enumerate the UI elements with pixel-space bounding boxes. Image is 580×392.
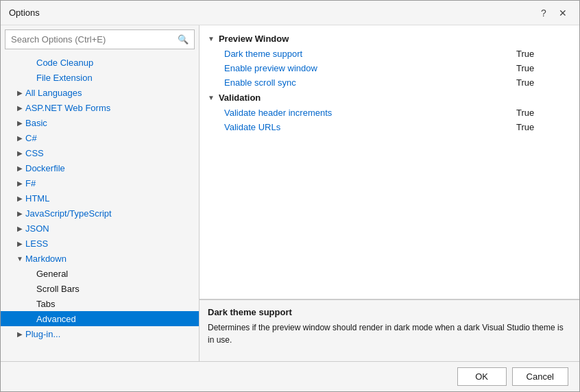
section-title-preview-window: Preview Window (219, 34, 289, 44)
option-row: Validate header incrementsTrue (208, 106, 571, 120)
tree-arrow-less: ▶ (14, 240, 25, 247)
title-bar: Options ? ✕ (1, 1, 579, 25)
tree-item-code-cleanup[interactable]: Code Cleanup (1, 55, 199, 70)
tree-item-basic[interactable]: ▶Basic (1, 115, 199, 130)
options-area: ▼Preview WindowDark theme supportTrueEna… (200, 25, 579, 299)
title-bar-buttons: ? ✕ (535, 5, 571, 21)
option-name[interactable]: Enable preview window (224, 63, 317, 73)
tree-arrow-css: ▶ (14, 149, 25, 157)
tree-item-dockerfile[interactable]: ▶Dockerfile (1, 160, 199, 175)
tree-label-html: HTML (25, 193, 49, 204)
tree-label-all-languages: All Languages (25, 88, 82, 98)
tree-item-javascript-typescript[interactable]: ▶JavaScript/TypeScript (1, 206, 199, 221)
section-header-preview-window[interactable]: ▼Preview Window (208, 31, 571, 47)
tree-item-file-extension[interactable]: File Extension (1, 70, 199, 85)
options-dialog: Options ? ✕ 🔍 Code CleanupFile Extension… (0, 0, 580, 392)
tree-item-aspnet-web-forms[interactable]: ▶ASP.NET Web Forms (1, 100, 199, 115)
tree-arrow-fsharp: ▶ (14, 180, 25, 187)
tree-item-json[interactable]: ▶JSON (1, 221, 199, 236)
option-value: True (516, 63, 571, 73)
dialog-title: Options (9, 8, 40, 18)
tree-item-markdown[interactable]: ▼Markdown (1, 251, 199, 266)
option-row: Enable preview windowTrue (208, 61, 571, 75)
option-row: Validate URLsTrue (208, 120, 571, 134)
tree-item-scroll-bars[interactable]: Scroll Bars (1, 281, 199, 296)
section-arrow-validation: ▼ (208, 94, 215, 101)
tree-item-advanced[interactable]: Advanced (1, 311, 199, 326)
tree-arrow-markdown: ▼ (14, 255, 25, 262)
left-panel: 🔍 Code CleanupFile Extension▶All Languag… (1, 25, 200, 361)
tree-arrow-javascript-typescript: ▶ (14, 210, 25, 217)
right-panel: ▼Preview WindowDark theme supportTrueEna… (200, 25, 579, 361)
tree-item-tabs[interactable]: Tabs (1, 296, 199, 311)
tree-arrow-basic: ▶ (14, 119, 25, 127)
search-box[interactable]: 🔍 (5, 29, 195, 49)
section-title-validation: Validation (219, 93, 261, 103)
tree-arrow-dockerfile: ▶ (14, 164, 25, 172)
tree-item-general[interactable]: General (1, 266, 199, 281)
tree-label-code-cleanup: Code Cleanup (36, 58, 93, 68)
option-name[interactable]: Enable scroll sync (224, 77, 296, 88)
ok-button[interactable]: OK (457, 367, 507, 386)
tree-label-basic: Basic (25, 118, 47, 128)
tree-item-csharp[interactable]: ▶C# (1, 130, 199, 145)
tree-container: Code CleanupFile Extension▶All Languages… (1, 53, 199, 361)
tree-label-fsharp: F# (25, 178, 36, 188)
option-name[interactable]: Validate URLs (224, 122, 280, 132)
dialog-body: 🔍 Code CleanupFile Extension▶All Languag… (1, 25, 579, 361)
tree-label-aspnet-web-forms: ASP.NET Web Forms (25, 103, 110, 113)
tree-arrow-aspnet-web-forms: ▶ (14, 104, 25, 112)
option-name[interactable]: Validate header increments (224, 108, 332, 118)
description-title: Dark theme support (208, 307, 571, 317)
search-icon: 🔍 (178, 34, 189, 45)
tree-arrow-csharp: ▶ (14, 134, 25, 142)
footer: OK Cancel (1, 361, 579, 391)
option-row: Dark theme supportTrue (208, 47, 571, 61)
tree-label-dockerfile: Dockerfile (25, 163, 65, 173)
tree-label-less: LESS (25, 238, 48, 249)
section-header-validation[interactable]: ▼Validation (208, 90, 571, 106)
tree-label-json: JSON (25, 223, 49, 234)
tree-label-scroll-bars: Scroll Bars (36, 284, 80, 294)
section-arrow-preview-window: ▼ (208, 35, 215, 42)
tree-label-plugin: Plug-in... (25, 329, 60, 339)
tree-item-all-languages[interactable]: ▶All Languages (1, 85, 199, 100)
option-value: True (516, 49, 571, 59)
tree-label-file-extension: File Extension (36, 73, 93, 83)
option-value: True (516, 122, 571, 132)
cancel-button[interactable]: Cancel (512, 367, 568, 386)
option-value: True (516, 108, 571, 118)
tree-label-markdown: Markdown (25, 254, 67, 264)
tree-item-fsharp[interactable]: ▶F# (1, 175, 199, 191)
option-name[interactable]: Dark theme support (224, 49, 302, 59)
help-button[interactable]: ? (535, 5, 552, 21)
tree-arrow-json: ▶ (14, 225, 25, 232)
close-button[interactable]: ✕ (555, 5, 571, 21)
tree-arrow-all-languages: ▶ (14, 89, 25, 97)
tree-item-plugin[interactable]: ▶Plug-in... (1, 326, 199, 341)
tree-label-javascript-typescript: JavaScript/TypeScript (25, 208, 112, 219)
tree-item-css[interactable]: ▶CSS (1, 145, 199, 160)
option-row: Enable scroll syncTrue (208, 75, 571, 90)
tree-arrow-plugin: ▶ (14, 330, 25, 338)
tree-label-advanced: Advanced (36, 314, 76, 324)
description-text: Determines if the preview window should … (208, 321, 571, 346)
tree-arrow-html: ▶ (14, 195, 25, 202)
tree-label-csharp: C# (25, 133, 37, 143)
tree-label-tabs: Tabs (36, 299, 55, 309)
description-area: Dark theme support Determines if the pre… (200, 299, 579, 361)
tree-item-less[interactable]: ▶LESS (1, 236, 199, 251)
tree-label-general: General (36, 269, 68, 279)
tree-item-html[interactable]: ▶HTML (1, 191, 199, 206)
search-input[interactable] (11, 34, 178, 45)
option-value: True (516, 77, 571, 88)
tree-label-css: CSS (25, 148, 44, 158)
